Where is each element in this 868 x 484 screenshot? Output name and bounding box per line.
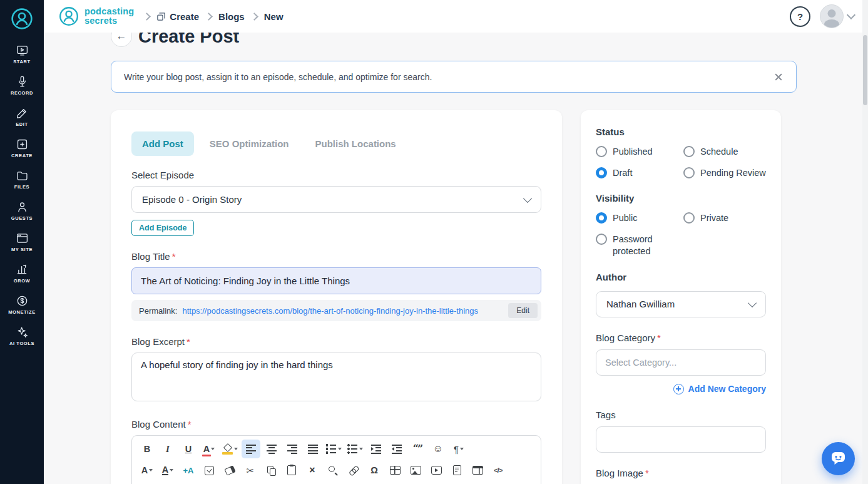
toolbar-button[interactable] <box>283 440 302 458</box>
sidebar-item-record[interactable]: RECORD <box>0 70 44 101</box>
visibility-option-public[interactable]: Public <box>596 212 678 225</box>
close-icon[interactable] <box>774 72 784 82</box>
tab-add-post[interactable]: Add Post <box>131 131 194 156</box>
breadcrumb-blogs[interactable]: Blogs <box>218 11 245 22</box>
status-option-schedule[interactable]: Schedule <box>683 146 766 158</box>
add-episode-button[interactable]: Add Episode <box>131 220 194 236</box>
topbar: podcasting secrets Create Blogs New ? <box>44 0 868 33</box>
radio-option-label: Schedule <box>700 146 738 158</box>
scrollbar-thumb[interactable] <box>863 35 867 105</box>
status-option-draft[interactable]: Draft <box>596 167 678 180</box>
chat-widget-button[interactable] <box>822 442 855 475</box>
toolbar-button[interactable]: × <box>303 461 322 480</box>
toolbar-button[interactable] <box>220 440 240 458</box>
toolbar-button[interactable] <box>427 461 446 480</box>
toolbar-button[interactable]: </> <box>489 461 508 480</box>
chevron-down-icon <box>211 448 215 450</box>
tags-input[interactable] <box>596 426 766 453</box>
scrollbar-track[interactable] <box>862 0 868 484</box>
account-menu[interactable] <box>820 4 854 28</box>
toolbar-button[interactable] <box>447 461 466 480</box>
toolbar-button[interactable] <box>282 461 301 480</box>
chevron-down-icon <box>460 448 464 450</box>
toolbar-button[interactable] <box>262 440 281 458</box>
toolbar-button[interactable] <box>367 440 385 458</box>
guests-icon <box>16 200 29 214</box>
help-button[interactable]: ? <box>790 6 810 27</box>
tab-seo-optimization[interactable]: SEO Optimization <box>199 131 300 156</box>
sidebar-item-create[interactable]: CREATE <box>0 133 44 164</box>
toolbar-button[interactable] <box>345 440 365 458</box>
toolbar-button[interactable] <box>242 440 260 458</box>
toolbar-button[interactable] <box>344 461 363 480</box>
breadcrumb-new[interactable]: New <box>264 11 283 22</box>
sidebar-item-my-site[interactable]: MY SITE <box>0 227 44 258</box>
toolbar-button[interactable]: Ω <box>365 461 384 480</box>
monetize-icon <box>16 294 29 307</box>
radio-option-label: Password protected <box>613 234 678 258</box>
author-select[interactable]: Nathan Gwilliam <box>596 291 766 317</box>
toolbar-button[interactable]: B <box>138 440 156 458</box>
toolbar-button[interactable] <box>324 440 344 458</box>
brand-logo-icon[interactable] <box>8 5 36 33</box>
avatar <box>820 4 844 28</box>
sidebar-item-grow[interactable]: GROW <box>0 258 44 289</box>
toolbar-button[interactable]: A <box>138 461 156 480</box>
outdent-icon <box>392 444 402 455</box>
toolbar-button[interactable]: ¶ <box>449 440 468 458</box>
clear-format-icon: × <box>309 465 315 475</box>
blog-excerpt-textarea[interactable]: A hopeful story of finding joy in the ha… <box>131 353 541 401</box>
sidebar-item-ai-tools[interactable]: AI TOOLS <box>0 321 44 352</box>
toolbar-button[interactable] <box>385 461 404 480</box>
tab-publish-locations[interactable]: Publish Locations <box>305 131 407 156</box>
toolbar-button[interactable] <box>262 461 280 480</box>
radio-icon <box>683 212 695 224</box>
permalink-url[interactable]: https://podcastingsecrets.com/blog/the-a… <box>182 306 503 316</box>
toolbar-button[interactable] <box>406 461 425 480</box>
font-size-icon: A <box>141 466 148 475</box>
breadcrumb-label: Blogs <box>218 11 245 22</box>
brand-logo[interactable]: podcasting secrets <box>58 5 134 28</box>
sidebar-item-guests[interactable]: GUESTS <box>0 195 44 227</box>
toolbar-button[interactable] <box>324 461 342 480</box>
toolbar-button[interactable]: ☺ <box>429 440 447 458</box>
toolbar-button[interactable]: A <box>158 461 177 480</box>
sidebar-item-start[interactable]: START <box>0 39 44 70</box>
toolbar-button[interactable]: +A <box>179 461 198 480</box>
toolbar-button[interactable] <box>387 440 406 458</box>
blog-title-input[interactable] <box>131 267 541 294</box>
permalink-edit-button[interactable]: Edit <box>508 303 538 318</box>
visibility-option-password-protected[interactable]: Password protected <box>596 234 678 258</box>
toolbar-button[interactable] <box>220 461 239 480</box>
visibility-option-private[interactable]: Private <box>683 212 766 225</box>
status-option-published[interactable]: Published <box>596 146 678 158</box>
align-right-icon <box>287 444 298 455</box>
toolbar-button[interactable]: U <box>179 440 198 458</box>
status-option-pending-review[interactable]: Pending Review <box>683 167 766 180</box>
toolbar-button[interactable]: “” <box>408 440 427 458</box>
unordered-list-icon <box>347 444 358 455</box>
sidebar-item-files[interactable]: FILES <box>0 164 44 195</box>
sidebar-item-monetize[interactable]: MONETIZE <box>0 289 44 321</box>
indent-icon <box>371 444 382 455</box>
episode-select[interactable]: Episode 0 - Origin Story <box>131 186 541 213</box>
toolbar-button[interactable] <box>200 461 218 480</box>
sidebar-item-edit[interactable]: EDIT <box>0 101 44 133</box>
editor-toolbar-row-2: A A +A <box>132 459 541 483</box>
toolbar-button[interactable] <box>468 461 487 480</box>
text-color-icon: A <box>203 445 210 454</box>
breadcrumb-create[interactable]: Create <box>156 11 199 22</box>
toolbar-button[interactable]: ✂ <box>241 461 260 480</box>
tabs: Add Post SEO Optimization Publish Locati… <box>131 131 541 156</box>
author-heading: Author <box>596 272 766 282</box>
blog-category-input[interactable] <box>596 349 766 376</box>
toolbar-button[interactable]: A <box>200 440 218 458</box>
toolbar-button[interactable] <box>304 440 322 458</box>
radio-icon <box>683 146 695 157</box>
radio-icon <box>596 212 607 224</box>
add-new-category-link[interactable]: Add New Category <box>596 384 766 394</box>
toolbar-button[interactable]: I <box>158 440 177 458</box>
plus-circle-icon <box>673 384 684 394</box>
search-icon <box>328 465 339 476</box>
author-select-value: Nathan Gwilliam <box>606 299 675 309</box>
